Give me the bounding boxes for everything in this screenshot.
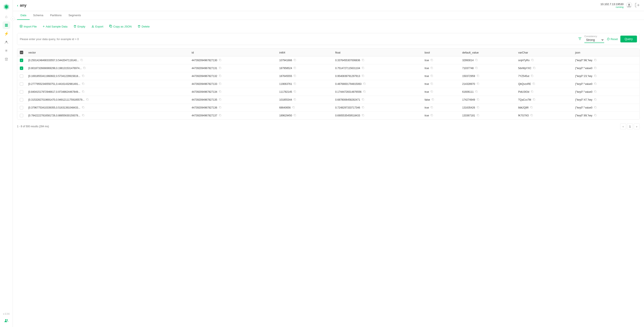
current-page-button[interactable]: 1	[627, 123, 633, 129]
copy-cell-button[interactable]	[476, 75, 480, 78]
copy-cell-button[interactable]	[218, 114, 222, 117]
copy-cell-button[interactable]	[293, 90, 297, 94]
copy-cell-button[interactable]	[430, 59, 434, 62]
sidebar-bottom-users[interactable]	[2, 317, 10, 324]
copy-cell-button[interactable]	[362, 59, 365, 62]
back-button[interactable]: ‹	[17, 4, 18, 8]
copy-cell-button[interactable]	[476, 83, 480, 86]
copy-cell-button[interactable]	[82, 75, 85, 78]
copy-cell-button[interactable]	[293, 83, 297, 86]
prev-page-button[interactable]: ‹	[620, 123, 626, 129]
copy-cell-button[interactable]	[530, 90, 534, 94]
tab-schema[interactable]: Schema	[30, 11, 47, 20]
import-file-button[interactable]: Import File	[17, 24, 39, 30]
copy-cell-button[interactable]	[594, 106, 597, 109]
copy-cell-button[interactable]	[430, 67, 434, 70]
copy-cell-button[interactable]	[476, 106, 480, 109]
copy-cell-button[interactable]	[362, 98, 365, 102]
copy-cell-button[interactable]	[430, 75, 434, 78]
row-checkbox[interactable]	[20, 74, 23, 78]
copy-cell-button[interactable]	[594, 90, 597, 94]
consistency-select[interactable]: Strong Bounded Session Eventually	[584, 38, 604, 43]
user-avatar-icon[interactable]	[626, 2, 632, 9]
tab-data[interactable]: Data	[17, 11, 30, 20]
copy-cell-button[interactable]	[475, 59, 478, 62]
copy-cell-button[interactable]	[594, 59, 597, 62]
copy-cell-button[interactable]	[362, 75, 365, 78]
copy-cell-button[interactable]	[82, 83, 85, 86]
copy-cell-button[interactable]	[532, 83, 536, 86]
row-checkbox[interactable]	[20, 90, 23, 94]
copy-cell-button[interactable]	[430, 114, 434, 117]
sidebar-item-asterisk[interactable]: ✳	[2, 47, 10, 55]
copy-cell-button[interactable]	[530, 106, 533, 109]
copy-cell-button[interactable]	[293, 114, 297, 117]
copy-cell-button[interactable]	[530, 114, 534, 117]
sidebar-item-database[interactable]	[2, 21, 10, 29]
copy-cell-button[interactable]	[594, 67, 597, 70]
copy-cell-button[interactable]	[430, 106, 434, 109]
export-button[interactable]: Export	[89, 24, 106, 30]
query-input[interactable]	[20, 38, 578, 41]
copy-cell-button[interactable]	[362, 114, 365, 117]
copy-cell-button[interactable]	[218, 98, 222, 102]
sidebar-expand-btn[interactable]: ›	[11, 17, 15, 21]
copy-cell-button[interactable]	[530, 75, 534, 78]
copy-cell-button[interactable]	[218, 59, 222, 62]
copy-cell-button[interactable]	[218, 67, 222, 70]
copy-cell-button[interactable]	[594, 75, 597, 78]
row-checkbox[interactable]	[20, 98, 23, 102]
copy-cell-button[interactable]	[82, 90, 85, 94]
copy-json-button[interactable]: Copy as JSON	[107, 24, 134, 30]
copy-cell-button[interactable]	[83, 67, 86, 70]
copy-cell-button[interactable]	[293, 59, 297, 62]
copy-cell-button[interactable]	[86, 98, 89, 102]
delete-button[interactable]: Delete	[135, 24, 152, 30]
copy-cell-button[interactable]	[80, 59, 84, 62]
next-page-button[interactable]: ›	[634, 123, 640, 129]
tab-partitions[interactable]: Partitions	[47, 11, 65, 20]
copy-cell-button[interactable]	[218, 83, 222, 86]
query-button[interactable]: Query	[620, 36, 637, 43]
copy-cell-button[interactable]	[363, 83, 366, 86]
row-checkbox[interactable]	[20, 82, 23, 86]
row-checkbox[interactable]	[20, 106, 23, 109]
empty-button[interactable]: Empty	[71, 24, 88, 30]
sidebar-item-lightning[interactable]: ⚡	[2, 30, 10, 38]
copy-cell-button[interactable]	[293, 67, 297, 70]
app-logo[interactable]	[2, 3, 10, 10]
add-sample-data-button[interactable]: + Add Sample Data	[40, 23, 70, 30]
copy-cell-button[interactable]	[363, 90, 366, 94]
sidebar-item-home[interactable]: ⌂	[2, 13, 10, 21]
row-checkbox[interactable]	[20, 59, 23, 62]
sidebar-item-layers[interactable]	[2, 56, 10, 63]
copy-cell-button[interactable]	[362, 106, 365, 109]
check-all-checkbox[interactable]	[20, 51, 23, 54]
copy-cell-button[interactable]	[532, 67, 536, 70]
row-checkbox[interactable]	[20, 114, 23, 117]
filter-icon[interactable]	[578, 37, 582, 41]
copy-cell-button[interactable]	[218, 106, 222, 109]
row-checkbox[interactable]	[20, 67, 23, 70]
copy-cell-button[interactable]	[362, 67, 365, 70]
copy-cell-button[interactable]	[431, 98, 435, 102]
copy-cell-button[interactable]	[82, 106, 85, 109]
copy-cell-button[interactable]	[594, 98, 597, 102]
copy-cell-button[interactable]	[218, 90, 222, 94]
copy-cell-button[interactable]	[82, 114, 85, 117]
copy-cell-button[interactable]	[531, 59, 534, 62]
reset-button[interactable]: Reset	[607, 38, 618, 41]
copy-cell-button[interactable]	[218, 75, 222, 78]
copy-cell-button[interactable]	[532, 98, 536, 102]
copy-cell-button[interactable]	[430, 83, 434, 86]
copy-cell-button[interactable]	[594, 114, 597, 117]
copy-cell-button[interactable]	[430, 90, 434, 94]
copy-cell-button[interactable]	[475, 67, 478, 70]
copy-cell-button[interactable]	[293, 75, 297, 78]
copy-cell-button[interactable]	[594, 83, 597, 86]
logout-icon[interactable]	[635, 3, 640, 8]
copy-cell-button[interactable]	[475, 90, 478, 94]
tab-segments[interactable]: Segments	[65, 11, 84, 20]
copy-cell-button[interactable]	[293, 98, 297, 102]
copy-cell-button[interactable]	[476, 98, 480, 102]
